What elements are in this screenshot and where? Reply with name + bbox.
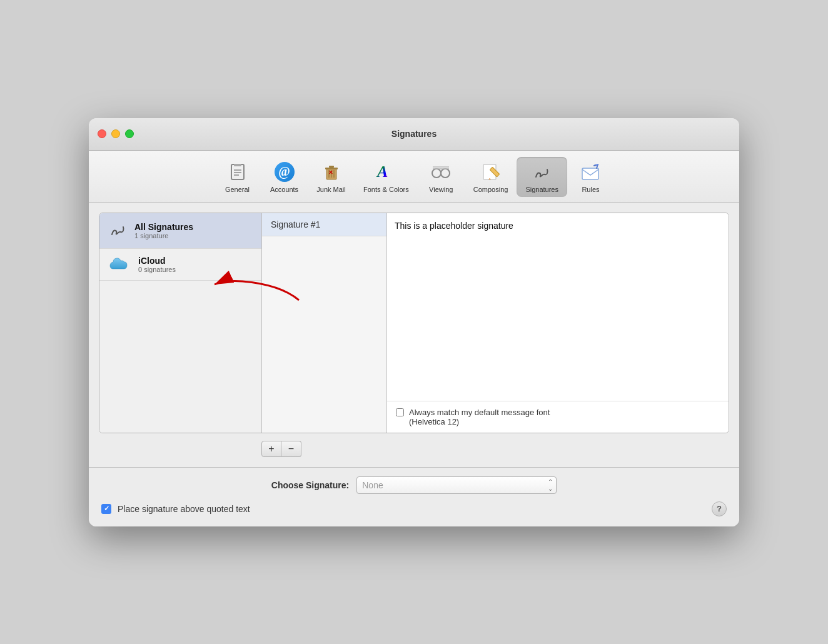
composing-icon: [480, 161, 502, 183]
icloud-icon: [108, 255, 132, 274]
font-match-main-label: Always match my default message font: [409, 408, 550, 417]
svg-rect-24: [582, 168, 598, 179]
close-button[interactable]: [98, 129, 106, 138]
remove-signature-button[interactable]: −: [281, 441, 301, 457]
toolbar-label-viewing: Viewing: [429, 186, 453, 193]
svg-rect-1: [234, 164, 241, 166]
font-match-text: Always match my default message font (He…: [409, 408, 550, 426]
all-signatures-text: All Signatures 1 signature: [134, 222, 193, 239]
middle-panel: Signature #1: [262, 213, 387, 433]
middle-panel-body: [262, 236, 386, 433]
toolbar-item-fonts-colors[interactable]: A Fonts & Colors: [355, 157, 418, 197]
place-signature-checkbox[interactable]: ✓: [101, 504, 111, 514]
svg-point-13: [432, 169, 441, 178]
panels-row: All Signatures 1 signature: [99, 213, 729, 433]
add-signature-button[interactable]: +: [261, 441, 281, 457]
left-panel: All Signatures 1 signature: [99, 213, 262, 433]
minimize-button[interactable]: [111, 129, 120, 138]
font-match-checkbox[interactable]: [396, 408, 404, 416]
svg-text:A: A: [376, 163, 388, 181]
panels-container: All Signatures 1 signature: [99, 213, 729, 433]
right-panel-footer: Always match my default message font (He…: [387, 401, 729, 433]
choose-signature-select[interactable]: None Signature #1: [356, 476, 557, 494]
signature-1-name: Signature #1: [271, 219, 320, 229]
place-signature-label: Place signature above quoted text: [118, 504, 250, 514]
toolbar-label-fonts-colors: Fonts & Colors: [363, 186, 409, 193]
font-match-sub-label: (Helvetica 12): [409, 417, 459, 426]
fonts-colors-icon: A: [375, 161, 397, 183]
title-bar: Signatures: [89, 118, 739, 151]
rules-icon: [579, 161, 602, 183]
toolbar: General @ Accounts: [89, 151, 739, 203]
signatures-icon: [531, 161, 553, 183]
toolbar-item-composing[interactable]: Composing: [465, 157, 517, 197]
place-signature-row: ✓ Place signature above quoted text ?: [101, 501, 727, 516]
window-title: Signatures: [391, 129, 437, 139]
toolbar-label-general: General: [225, 186, 250, 193]
toolbar-item-accounts[interactable]: @ Accounts: [261, 157, 308, 197]
icloud-count: 0 signatures: [138, 266, 176, 273]
toolbar-item-signatures[interactable]: Signatures: [517, 157, 567, 197]
all-signatures-count: 1 signature: [134, 232, 193, 239]
icloud-item[interactable]: iCloud 0 signatures: [99, 249, 261, 281]
maximize-button[interactable]: [125, 129, 134, 138]
all-signatures-name: All Signatures: [134, 222, 193, 232]
toolbar-item-junk-mail[interactable]: ✕ Junk Mail: [308, 157, 355, 197]
svg-point-14: [441, 169, 450, 178]
main-window: Signatures General @ Ac: [89, 118, 739, 526]
checkmark-icon: ✓: [104, 505, 109, 513]
svg-rect-7: [329, 166, 334, 168]
main-content: All Signatures 1 signature: [89, 203, 739, 467]
toolbar-item-general[interactable]: General: [214, 157, 261, 197]
junk-mail-icon: ✕: [320, 161, 343, 183]
toolbar-label-rules: Rules: [582, 186, 599, 193]
all-signatures-header: All Signatures 1 signature: [108, 219, 253, 242]
signature-editor[interactable]: [387, 213, 729, 401]
icloud-text: iCloud 0 signatures: [138, 256, 176, 273]
right-panel: Always match my default message font (He…: [387, 213, 729, 433]
toolbar-label-composing: Composing: [473, 186, 508, 193]
toolbar-label-signatures: Signatures: [525, 186, 558, 193]
font-match-checkbox-label[interactable]: Always match my default message font (He…: [396, 408, 550, 426]
bottom-bar: Choose Signature: None Signature #1 ⌃⌄ ✓…: [89, 467, 739, 526]
toolbar-item-rules[interactable]: Rules: [567, 157, 614, 197]
accounts-icon: @: [273, 161, 296, 183]
traffic-lights: [98, 129, 134, 138]
choose-signature-select-wrapper: None Signature #1 ⌃⌄: [356, 476, 557, 494]
general-icon: [226, 161, 249, 183]
toolbar-label-accounts: Accounts: [270, 186, 298, 193]
icloud-header: iCloud 0 signatures: [108, 255, 253, 274]
all-signatures-item[interactable]: All Signatures 1 signature: [99, 213, 261, 249]
add-remove-row: + −: [99, 441, 729, 457]
signature-script-icon: [108, 219, 128, 242]
signature-item-1[interactable]: Signature #1: [262, 213, 386, 236]
toolbar-item-viewing[interactable]: Viewing: [418, 157, 465, 197]
svg-text:✕: ✕: [328, 169, 333, 176]
choose-signature-row: Choose Signature: None Signature #1 ⌃⌄: [101, 476, 727, 494]
svg-rect-0: [231, 164, 244, 179]
help-button[interactable]: ?: [712, 501, 727, 516]
icloud-name: iCloud: [138, 256, 176, 266]
choose-signature-label: Choose Signature:: [271, 480, 349, 490]
viewing-icon: [430, 161, 452, 183]
toolbar-label-junk-mail: Junk Mail: [316, 186, 345, 193]
